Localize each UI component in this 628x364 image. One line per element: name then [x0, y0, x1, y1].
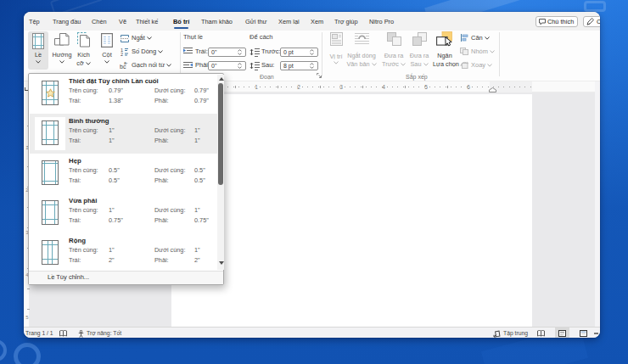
svg-text:a-: a-	[124, 60, 128, 65]
svg-text:2: 2	[121, 52, 123, 56]
